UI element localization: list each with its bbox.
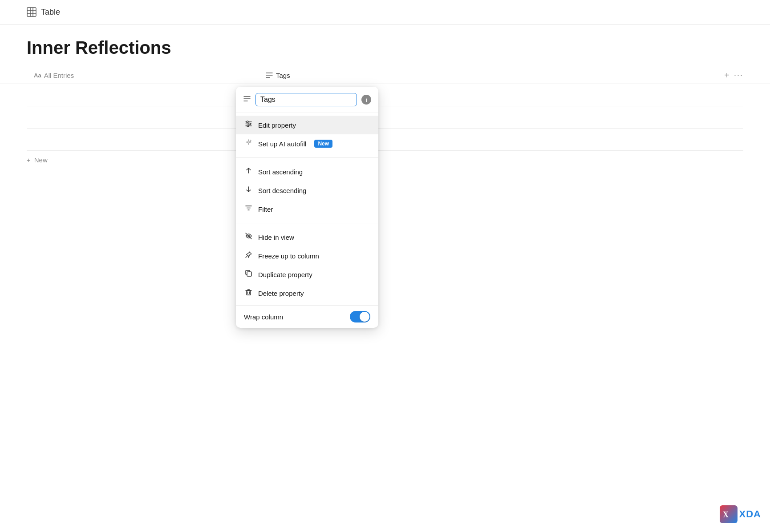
table-rows bbox=[0, 84, 770, 151]
ai-autofill-label: Set up AI autofill bbox=[258, 140, 306, 148]
arrow-down-icon bbox=[244, 185, 253, 195]
tags-label: Tags bbox=[276, 72, 290, 79]
col-actions: + ··· bbox=[724, 70, 743, 81]
svg-rect-24 bbox=[247, 272, 251, 276]
property-name-input[interactable] bbox=[255, 93, 357, 106]
sort-ascending-item[interactable]: Sort ascending bbox=[236, 162, 378, 181]
filter-item[interactable]: Filter bbox=[236, 200, 378, 218]
table-area: Aa All Entries Tags + ··· + New bbox=[0, 67, 770, 169]
edit-property-label: Edit property bbox=[258, 121, 296, 129]
new-row-label: New bbox=[34, 156, 48, 164]
copy-icon bbox=[244, 270, 253, 279]
new-badge: New bbox=[314, 140, 332, 148]
trash-icon bbox=[244, 288, 253, 298]
delete-property-item[interactable]: Delete property bbox=[236, 284, 378, 302]
table-row bbox=[27, 84, 743, 106]
all-entries-label: All Entries bbox=[44, 72, 74, 79]
sparkles-icon bbox=[244, 139, 253, 149]
section-view-options: Hide in view Freeze up to column Duplica… bbox=[236, 225, 378, 305]
ai-autofill-item[interactable]: Set up AI autofill New bbox=[236, 134, 378, 153]
table-row bbox=[27, 129, 743, 151]
sort-descending-label: Sort descending bbox=[258, 187, 306, 194]
hide-in-view-item[interactable]: Hide in view bbox=[236, 228, 378, 246]
svg-point-15 bbox=[249, 123, 251, 125]
tags-list-icon bbox=[265, 71, 273, 79]
xda-logo-icon: X bbox=[720, 505, 738, 523]
delete-property-label: Delete property bbox=[258, 290, 304, 297]
duplicate-property-item[interactable]: Duplicate property bbox=[236, 265, 378, 284]
svg-rect-0 bbox=[27, 8, 36, 16]
hide-in-view-label: Hide in view bbox=[258, 234, 294, 241]
section-top: Edit property Set up AI autofill New bbox=[236, 113, 378, 156]
duplicate-property-label: Duplicate property bbox=[258, 271, 312, 278]
pin-icon bbox=[244, 251, 253, 261]
xda-text: XDA bbox=[739, 508, 761, 520]
col-all-entries[interactable]: Aa All Entries bbox=[27, 67, 258, 84]
new-row-button[interactable]: + New bbox=[0, 151, 770, 169]
sliders-icon bbox=[244, 120, 253, 130]
all-entries-aa-icon: Aa bbox=[34, 72, 41, 79]
arrow-up-icon bbox=[244, 167, 253, 177]
more-options-button[interactable]: ··· bbox=[734, 71, 743, 80]
svg-point-14 bbox=[247, 121, 248, 123]
freeze-column-label: Freeze up to column bbox=[258, 252, 319, 260]
divider-1 bbox=[236, 157, 378, 158]
add-column-button[interactable]: + bbox=[724, 70, 729, 81]
filter-icon bbox=[244, 204, 253, 214]
svg-line-23 bbox=[246, 255, 248, 258]
table-icon bbox=[27, 7, 36, 17]
wrap-column-toggle[interactable] bbox=[350, 311, 370, 322]
page-title: Inner Reflections bbox=[0, 24, 770, 67]
xda-watermark: X XDA bbox=[720, 505, 761, 523]
eye-off-icon bbox=[244, 232, 253, 242]
header-title: Table bbox=[41, 8, 60, 17]
header-bar: Table bbox=[0, 0, 770, 24]
dropdown-header-list-icon bbox=[243, 95, 251, 105]
filter-label: Filter bbox=[258, 206, 273, 213]
svg-rect-25 bbox=[247, 290, 251, 295]
new-row-plus-icon: + bbox=[27, 156, 31, 164]
divider-2 bbox=[236, 223, 378, 223]
section-sort-filter: Sort ascending Sort descending Filter bbox=[236, 160, 378, 221]
col-tags[interactable]: Tags bbox=[258, 67, 724, 84]
table-columns: Aa All Entries Tags + ··· bbox=[0, 67, 770, 84]
freeze-column-item[interactable]: Freeze up to column bbox=[236, 246, 378, 265]
wrap-column-label: Wrap column bbox=[244, 313, 283, 321]
info-icon[interactable]: i bbox=[361, 95, 371, 105]
dropdown-header: i bbox=[236, 87, 378, 113]
dropdown-menu: i Edit property bbox=[236, 87, 378, 328]
edit-property-item[interactable]: Edit property bbox=[236, 116, 378, 134]
sort-ascending-label: Sort ascending bbox=[258, 168, 303, 176]
svg-text:X: X bbox=[723, 510, 729, 519]
svg-point-16 bbox=[247, 125, 249, 127]
sort-descending-item[interactable]: Sort descending bbox=[236, 181, 378, 200]
table-row bbox=[27, 106, 743, 129]
wrap-column-row: Wrap column bbox=[236, 305, 378, 328]
